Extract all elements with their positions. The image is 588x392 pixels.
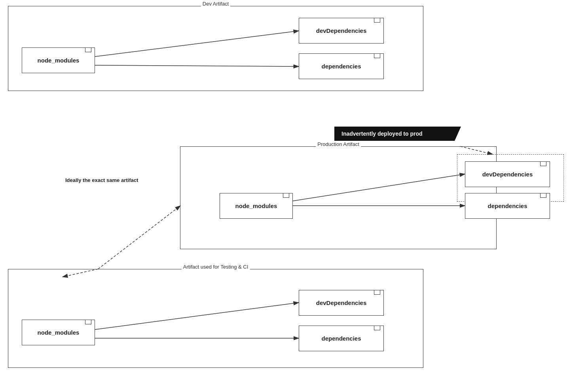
dev-node-modules-box: node_modules: [22, 47, 95, 73]
dev-deps-label: dependencies: [321, 63, 361, 70]
prod-deps-label: dependencies: [487, 203, 527, 209]
diagram-container: Dev Artifact Production Artifact Artifac…: [0, 0, 588, 392]
dev-artifact-label: Dev Artifact: [201, 1, 230, 7]
prod-deps-box: dependencies: [465, 193, 550, 219]
dev-dev-deps-label: devDependencies: [316, 27, 367, 34]
prod-node-modules-label: node_modules: [235, 203, 277, 209]
prod-node-modules-box: node_modules: [220, 193, 293, 219]
prod-dev-deps-label: devDependencies: [482, 171, 533, 178]
test-deps-label: dependencies: [321, 335, 361, 342]
prod-dev-deps-box: devDependencies: [465, 161, 550, 187]
test-dev-deps-label: devDependencies: [316, 299, 367, 306]
test-dev-deps-box: devDependencies: [299, 290, 384, 316]
svg-line-8: [98, 206, 180, 269]
dev-node-modules-label: node_modules: [38, 57, 80, 64]
callout-text: Inadvertently deployed to prod: [341, 131, 423, 137]
test-node-modules-box: node_modules: [22, 320, 95, 345]
test-artifact-label: Artifact used for Testing & CI: [182, 264, 250, 270]
dev-deps-box: dependencies: [299, 53, 384, 79]
test-artifact-box: Artifact used for Testing & CI: [8, 269, 423, 368]
ideal-annotation-label: Ideally the exact same artifact: [65, 177, 138, 183]
test-node-modules-label: node_modules: [38, 329, 80, 336]
prod-artifact-label: Production Artifact: [316, 141, 361, 147]
test-deps-box: dependencies: [299, 326, 384, 351]
callout-box: Inadvertently deployed to prod: [334, 127, 461, 141]
dev-dev-deps-box: devDependencies: [299, 18, 384, 44]
